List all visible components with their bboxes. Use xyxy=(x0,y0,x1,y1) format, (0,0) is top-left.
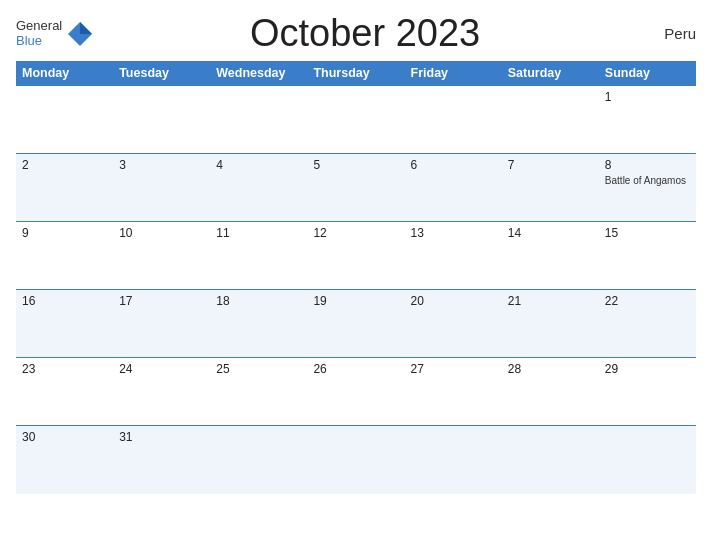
day-number: 29 xyxy=(605,362,690,376)
month-title: October 2023 xyxy=(94,12,636,55)
day-number: 31 xyxy=(119,430,204,444)
day-number: 8 xyxy=(605,158,690,172)
calendar-week-row: 1 xyxy=(16,86,696,154)
day-number: 19 xyxy=(313,294,398,308)
logo: General Blue xyxy=(16,19,94,48)
calendar-cell: 20 xyxy=(405,290,502,358)
day-number: 24 xyxy=(119,362,204,376)
calendar-cell xyxy=(16,86,113,154)
day-number: 16 xyxy=(22,294,107,308)
day-number: 28 xyxy=(508,362,593,376)
calendar-cell: 14 xyxy=(502,222,599,290)
day-number: 25 xyxy=(216,362,301,376)
calendar-cell: 5 xyxy=(307,154,404,222)
calendar-cell: 30 xyxy=(16,426,113,494)
calendar-cell: 9 xyxy=(16,222,113,290)
calendar-cell: 31 xyxy=(113,426,210,494)
calendar-cell xyxy=(307,426,404,494)
col-thursday: Thursday xyxy=(307,61,404,86)
calendar-cell: 15 xyxy=(599,222,696,290)
calendar-cell: 19 xyxy=(307,290,404,358)
calendar-cell: 2 xyxy=(16,154,113,222)
event-label: Battle of Angamos xyxy=(605,174,690,187)
day-number: 7 xyxy=(508,158,593,172)
day-number: 2 xyxy=(22,158,107,172)
day-number: 5 xyxy=(313,158,398,172)
calendar-page: General Blue October 2023 Peru Monday Tu… xyxy=(0,0,712,550)
calendar-cell: 1 xyxy=(599,86,696,154)
calendar-cell xyxy=(210,426,307,494)
day-number: 22 xyxy=(605,294,690,308)
calendar-cell: 13 xyxy=(405,222,502,290)
calendar-cell xyxy=(599,426,696,494)
day-number: 3 xyxy=(119,158,204,172)
day-number: 23 xyxy=(22,362,107,376)
calendar-header-row: Monday Tuesday Wednesday Thursday Friday… xyxy=(16,61,696,86)
calendar-cell: 3 xyxy=(113,154,210,222)
calendar-cell: 24 xyxy=(113,358,210,426)
calendar-week-row: 3031 xyxy=(16,426,696,494)
day-number: 21 xyxy=(508,294,593,308)
day-number: 27 xyxy=(411,362,496,376)
day-number: 4 xyxy=(216,158,301,172)
day-number: 14 xyxy=(508,226,593,240)
day-number: 30 xyxy=(22,430,107,444)
col-wednesday: Wednesday xyxy=(210,61,307,86)
calendar-cell: 11 xyxy=(210,222,307,290)
calendar-cell: 8Battle of Angamos xyxy=(599,154,696,222)
calendar-cell: 10 xyxy=(113,222,210,290)
calendar-cell: 25 xyxy=(210,358,307,426)
calendar-table: Monday Tuesday Wednesday Thursday Friday… xyxy=(16,61,696,494)
calendar-cell: 6 xyxy=(405,154,502,222)
day-number: 10 xyxy=(119,226,204,240)
day-number: 9 xyxy=(22,226,107,240)
col-friday: Friday xyxy=(405,61,502,86)
calendar-cell: 27 xyxy=(405,358,502,426)
calendar-cell: 16 xyxy=(16,290,113,358)
calendar-cell: 17 xyxy=(113,290,210,358)
day-number: 20 xyxy=(411,294,496,308)
day-number: 17 xyxy=(119,294,204,308)
calendar-cell: 28 xyxy=(502,358,599,426)
calendar-cell xyxy=(502,426,599,494)
calendar-week-row: 23242526272829 xyxy=(16,358,696,426)
day-number: 1 xyxy=(605,90,690,104)
calendar-week-row: 16171819202122 xyxy=(16,290,696,358)
calendar-cell xyxy=(210,86,307,154)
calendar-header: General Blue October 2023 Peru xyxy=(16,12,696,55)
logo-blue: Blue xyxy=(16,34,62,48)
logo-icon xyxy=(66,20,94,48)
calendar-cell: 29 xyxy=(599,358,696,426)
col-saturday: Saturday xyxy=(502,61,599,86)
day-number: 15 xyxy=(605,226,690,240)
calendar-cell: 26 xyxy=(307,358,404,426)
col-monday: Monday xyxy=(16,61,113,86)
calendar-cell: 7 xyxy=(502,154,599,222)
calendar-cell: 22 xyxy=(599,290,696,358)
day-number: 11 xyxy=(216,226,301,240)
calendar-cell: 18 xyxy=(210,290,307,358)
day-number: 13 xyxy=(411,226,496,240)
logo-general: General xyxy=(16,19,62,33)
calendar-cell xyxy=(307,86,404,154)
calendar-week-row: 9101112131415 xyxy=(16,222,696,290)
svg-marker-1 xyxy=(80,22,92,34)
col-sunday: Sunday xyxy=(599,61,696,86)
calendar-cell: 12 xyxy=(307,222,404,290)
calendar-cell xyxy=(502,86,599,154)
day-number: 6 xyxy=(411,158,496,172)
col-tuesday: Tuesday xyxy=(113,61,210,86)
calendar-cell xyxy=(405,86,502,154)
calendar-cell: 23 xyxy=(16,358,113,426)
day-number: 26 xyxy=(313,362,398,376)
calendar-cell: 4 xyxy=(210,154,307,222)
calendar-cell xyxy=(405,426,502,494)
calendar-cell xyxy=(113,86,210,154)
country-label: Peru xyxy=(636,25,696,42)
calendar-cell: 21 xyxy=(502,290,599,358)
day-number: 18 xyxy=(216,294,301,308)
day-number: 12 xyxy=(313,226,398,240)
calendar-week-row: 2345678Battle of Angamos xyxy=(16,154,696,222)
